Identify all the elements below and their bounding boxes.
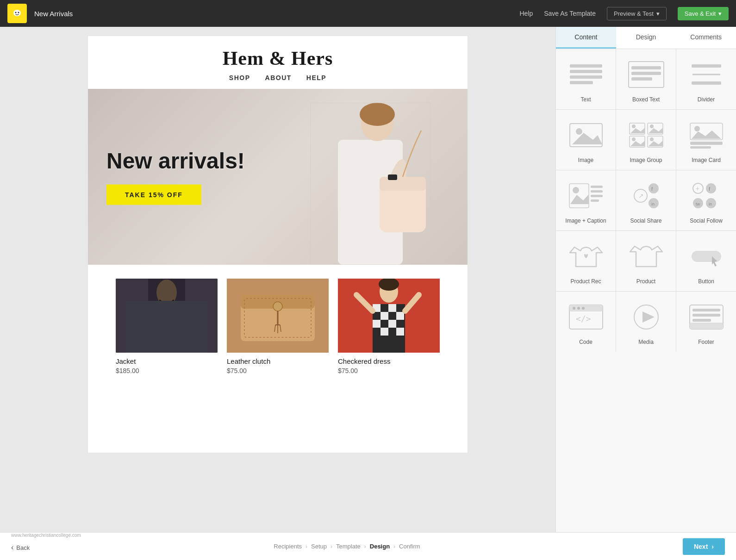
hero-text-overlay: New arrivals! TAKE 15% OFF <box>106 149 245 205</box>
svg-point-69 <box>694 126 700 131</box>
block-divider-label: Divider <box>698 96 715 103</box>
save-as-template-link[interactable]: Save As Template <box>544 10 596 17</box>
block-image-caption-label: Image + Caption <box>565 218 606 224</box>
block-product[interactable]: Product <box>616 231 676 291</box>
block-social-follow-label: Social Follow <box>690 218 723 224</box>
svg-rect-39 <box>396 328 404 336</box>
svg-rect-76 <box>591 186 603 188</box>
block-media-label: Media <box>638 339 654 345</box>
svg-rect-33 <box>388 304 396 312</box>
block-image[interactable]: Image <box>556 110 616 170</box>
svg-point-66 <box>650 137 654 141</box>
block-divider[interactable]: Divider <box>676 49 736 109</box>
hero-cta-button[interactable]: TAKE 15% OFF <box>106 184 201 205</box>
svg-rect-105 <box>690 323 723 329</box>
product-item: Jacket $185.00 <box>116 279 218 374</box>
svg-text:+: + <box>696 185 699 192</box>
nav-about: ABOUT <box>265 74 292 81</box>
mailchimp-logo <box>7 4 27 23</box>
block-button[interactable]: Button <box>676 231 736 291</box>
text-icon <box>565 58 607 91</box>
svg-text:↗: ↗ <box>638 192 644 199</box>
svg-rect-36 <box>373 320 380 328</box>
svg-point-2 <box>15 12 17 13</box>
block-image-card[interactable]: Image Card <box>676 110 736 170</box>
image-group-icon <box>625 119 667 151</box>
svg-rect-52 <box>692 81 721 85</box>
hero-section: New arrivals! TAKE 15% OFF <box>88 89 468 265</box>
block-text[interactable]: Text <box>556 49 616 109</box>
svg-text:</>: </> <box>576 314 591 324</box>
breadcrumb-setup: Setup <box>311 543 327 550</box>
svg-rect-78 <box>591 195 603 197</box>
code-icon: </> <box>565 301 607 333</box>
product-icon <box>625 240 667 273</box>
products-grid: Jacket $185.00 <box>97 279 458 374</box>
block-footer[interactable]: Footer <box>676 292 736 352</box>
tab-design[interactable]: Design <box>616 27 676 49</box>
campaign-name: New Arrivals <box>34 10 512 18</box>
svg-rect-7 <box>380 177 426 191</box>
svg-rect-38 <box>380 328 388 336</box>
svg-point-54 <box>576 128 582 135</box>
next-button[interactable]: Next › <box>683 538 725 555</box>
block-social-share[interactable]: ↗ f in Social Share <box>616 170 676 230</box>
block-product-rec[interactable]: Product Rec <box>556 231 616 291</box>
email-nav: SHOP ABOUT HELP <box>97 74 458 81</box>
brand-title: Hem & Hers <box>97 47 458 69</box>
svg-marker-67 <box>649 141 663 146</box>
block-image-group-label: Image Group <box>630 157 662 163</box>
svg-rect-8 <box>388 174 397 180</box>
block-image-group[interactable]: Image Group <box>616 110 676 170</box>
svg-point-74 <box>573 187 579 193</box>
breadcrumb-recipients: Recipients <box>274 543 302 550</box>
image-caption-icon <box>565 180 607 212</box>
product-dress-image <box>338 279 440 353</box>
svg-point-63 <box>632 137 636 141</box>
save-exit-button[interactable]: Save & Exit ▾ <box>678 7 729 20</box>
product-item: Leather clutch $75.00 <box>227 279 329 374</box>
tab-content[interactable]: Content <box>556 27 616 49</box>
block-footer-label: Footer <box>698 339 714 345</box>
svg-rect-71 <box>690 142 723 145</box>
svg-rect-72 <box>690 146 711 149</box>
svg-rect-107 <box>692 314 720 317</box>
svg-point-57 <box>632 124 636 128</box>
product-jacket-image <box>116 279 218 353</box>
social-share-icon: ↗ f in <box>625 180 667 212</box>
svg-point-21 <box>273 302 282 311</box>
email-preview: Hem & Hers SHOP ABOUT HELP <box>0 27 555 532</box>
product-rec-icon <box>565 240 607 273</box>
svg-rect-44 <box>570 75 602 79</box>
back-button[interactable]: ‹ Back <box>11 543 81 552</box>
svg-rect-50 <box>692 64 721 68</box>
svg-marker-55 <box>572 133 602 144</box>
product-jacket-price: $185.00 <box>116 367 218 374</box>
block-image-card-label: Image Card <box>692 157 721 163</box>
tab-comments[interactable]: Comments <box>676 27 736 49</box>
block-social-follow[interactable]: + f tw in Social Follow <box>676 170 736 230</box>
svg-rect-48 <box>631 72 661 75</box>
svg-marker-70 <box>692 131 721 139</box>
block-social-share-label: Social Share <box>630 218 661 224</box>
status-url: www.heritagechristiancollege.com <box>11 533 81 538</box>
image-icon <box>565 119 607 151</box>
help-link[interactable]: Help <box>519 10 533 17</box>
block-media[interactable]: Media <box>616 292 676 352</box>
svg-point-98 <box>573 307 575 310</box>
svg-marker-58 <box>630 128 645 133</box>
svg-point-88 <box>706 183 716 193</box>
block-image-caption[interactable]: Image + Caption <box>556 170 616 230</box>
breadcrumb: Recipients › Setup › Template › Design ›… <box>11 543 683 550</box>
hero-illustration <box>310 103 430 265</box>
block-product-rec-label: Product Rec <box>570 278 601 285</box>
button-icon <box>686 240 727 273</box>
svg-text:in: in <box>651 202 655 206</box>
block-code[interactable]: </> Code <box>556 292 616 352</box>
block-boxed-text[interactable]: Boxed Text <box>616 49 676 109</box>
media-icon <box>625 301 667 333</box>
block-boxed-text-label: Boxed Text <box>632 96 660 103</box>
preview-test-button[interactable]: Preview & Test ▾ <box>607 7 667 20</box>
svg-point-100 <box>582 307 585 310</box>
email-container: Hem & Hers SHOP ABOUT HELP <box>88 36 468 453</box>
